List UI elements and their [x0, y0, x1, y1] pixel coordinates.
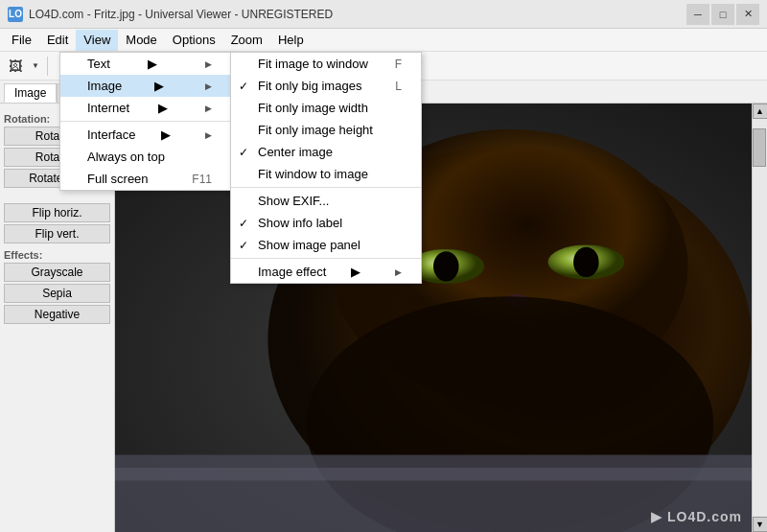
scroll-down-btn[interactable]: ▼ [753, 517, 768, 532]
view-menu-interface[interactable]: Interface ▶ [60, 124, 231, 146]
effects-label: Effects: [4, 249, 110, 261]
svg-point-6 [433, 251, 459, 281]
title-bar: LO LO4D.com - Fritz.jpg - Universal View… [0, 0, 767, 29]
maximize-button[interactable]: □ [711, 4, 734, 25]
image-effect[interactable]: Image effect ▶ [231, 261, 421, 283]
menu-view[interactable]: View [76, 30, 118, 51]
fit-window-image-label: Fit window to image [258, 167, 368, 181]
fullscreen-shortcut: F11 [192, 173, 212, 186]
close-button[interactable]: ✕ [736, 4, 759, 25]
menu-mode[interactable]: Mode [118, 30, 165, 51]
submenu-arrow-interface: ▶ [161, 127, 171, 142]
image-sub-sep-1 [231, 187, 421, 188]
sepia-btn[interactable]: Sepia [4, 284, 110, 303]
image-sub-sep-2 [231, 258, 421, 259]
fit-only-big[interactable]: Fit only big images L [231, 75, 421, 97]
image-effect-arrow: ▶ [351, 265, 360, 279]
watermark: ▶ LO4D.com [651, 509, 742, 524]
scroll-up-btn[interactable]: ▲ [753, 104, 768, 119]
window-title: LO4D.com - Fritz.jpg - Universal Viewer … [29, 8, 333, 21]
submenu-arrow-image: ▶ [154, 79, 164, 93]
fullscreen-label: Full screen [87, 172, 149, 186]
fit-only-width-label: Fit only image width [258, 101, 368, 115]
toolbar-dropdown-btn[interactable]: ▼ [29, 55, 42, 78]
menu-file[interactable]: File [4, 30, 39, 51]
fit-image-window-label: Fit image to window [258, 57, 368, 71]
svg-rect-12 [115, 468, 752, 480]
always-on-top-label: Always on top [87, 150, 165, 164]
view-menu-fullscreen[interactable]: Full screen F11 [60, 168, 231, 190]
view-sep-1 [60, 121, 231, 122]
menu-edit[interactable]: Edit [39, 30, 76, 51]
svg-point-8 [573, 247, 599, 277]
fit-only-width[interactable]: Fit only image width [231, 97, 421, 119]
menu-help[interactable]: Help [270, 30, 312, 51]
fit-window-image[interactable]: Fit window to image [231, 163, 421, 185]
view-internet-label: Internet [87, 101, 129, 115]
center-image-label: Center image [258, 145, 333, 159]
center-image[interactable]: Center image [231, 141, 421, 163]
submenu-arrow: ▶ [148, 57, 157, 71]
show-image-panel[interactable]: Show image panel [231, 234, 421, 256]
scrollbar-thumb[interactable] [753, 128, 766, 167]
show-exif-label: Show EXIF... [258, 194, 329, 208]
show-info-label[interactable]: Show info label [231, 212, 421, 234]
tab-image[interactable]: Image [4, 83, 57, 103]
fit-only-height[interactable]: Fit only image height [231, 119, 421, 141]
toolbar-sep-1 [47, 57, 48, 76]
view-menu-dropdown[interactable]: Text ▶ Image ▶ Internet ▶ Interface ▶ Al… [59, 52, 232, 191]
fit-big-shortcut: L [395, 80, 402, 93]
view-menu-text[interactable]: Text ▶ [60, 53, 231, 75]
view-interface-label: Interface [87, 127, 136, 142]
view-image-label: Image [87, 79, 122, 93]
show-info-label-text: Show info label [258, 216, 342, 230]
show-exif[interactable]: Show EXIF... [231, 190, 421, 212]
toolbar-image-btn[interactable]: 🖼 [4, 55, 27, 78]
fit-only-height-label: Fit only image height [258, 123, 373, 137]
submenu-arrow-internet: ▶ [158, 101, 168, 115]
fit-image-window[interactable]: Fit image to window F [231, 53, 421, 75]
show-image-panel-label: Show image panel [258, 238, 360, 252]
view-menu-always-on-top[interactable]: Always on top [60, 146, 231, 168]
view-menu-internet[interactable]: Internet ▶ [60, 97, 231, 119]
flip-horiz-btn[interactable]: Flip horiz. [4, 203, 110, 222]
view-menu-image[interactable]: Image ▶ [60, 75, 231, 97]
menu-options[interactable]: Options [165, 30, 223, 51]
grayscale-btn[interactable]: Grayscale [4, 263, 110, 282]
menu-bar: File Edit View Mode Options Zoom Help [0, 29, 767, 52]
menu-zoom[interactable]: Zoom [223, 30, 270, 51]
window-controls: ─ □ ✕ [686, 4, 759, 25]
minimize-button[interactable]: ─ [686, 4, 709, 25]
negative-btn[interactable]: Negative [4, 305, 110, 324]
app-icon: LO [8, 7, 23, 22]
scrollbar-track[interactable] [753, 119, 767, 517]
image-submenu[interactable]: Fit image to window F Fit only big image… [230, 52, 422, 284]
image-effect-label: Image effect [258, 265, 326, 279]
fit-window-shortcut: F [395, 58, 402, 71]
title-bar-left: LO LO4D.com - Fritz.jpg - Universal View… [8, 7, 333, 22]
scrollbar: ▲ ▼ [752, 104, 767, 532]
flip-vert-btn[interactable]: Flip vert. [4, 224, 110, 243]
fit-only-big-label: Fit only big images [258, 79, 361, 93]
view-text-label: Text [87, 57, 110, 71]
